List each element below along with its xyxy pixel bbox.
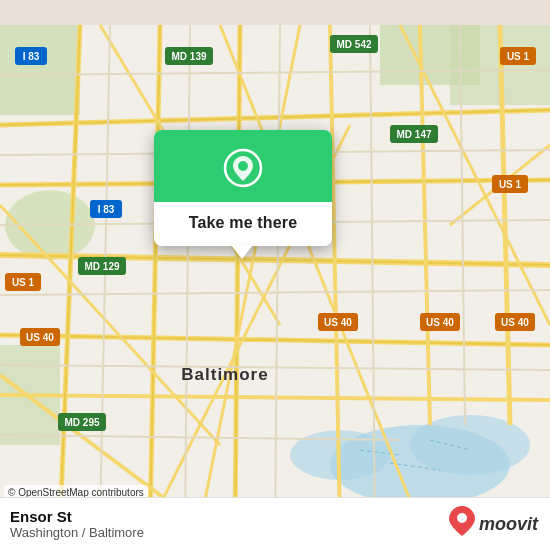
- street-name: Ensor St: [10, 508, 144, 525]
- popup-card: Take me there: [154, 130, 332, 246]
- svg-text:MD 542: MD 542: [336, 39, 371, 50]
- city-name: Washington / Baltimore: [10, 525, 144, 540]
- popup-tail: [231, 245, 253, 259]
- svg-text:US 40: US 40: [426, 317, 454, 328]
- svg-text:US 40: US 40: [26, 332, 54, 343]
- moovit-pin-icon: [449, 506, 475, 542]
- svg-rect-1: [0, 25, 80, 115]
- moovit-text: moovit: [479, 514, 538, 535]
- svg-text:US 1: US 1: [507, 51, 530, 62]
- moovit-logo: moovit: [449, 506, 538, 542]
- svg-text:I 83: I 83: [98, 204, 115, 215]
- location-pin-icon: [223, 148, 263, 188]
- svg-text:MD 147: MD 147: [396, 129, 431, 140]
- svg-text:US 40: US 40: [501, 317, 529, 328]
- svg-text:Baltimore: Baltimore: [181, 365, 268, 384]
- take-me-there-button[interactable]: Take me there: [154, 202, 332, 246]
- svg-text:I 83: I 83: [23, 51, 40, 62]
- popup-icon-area: [154, 130, 332, 202]
- svg-text:US 1: US 1: [12, 277, 35, 288]
- svg-point-80: [238, 161, 248, 171]
- map-background: I 83 I 83 MD 139 MD 542 US 1 MD 147 US 1…: [0, 0, 550, 550]
- bottom-bar: Ensor St Washington / Baltimore moovit: [0, 497, 550, 550]
- svg-point-81: [457, 513, 467, 523]
- bottom-left: Ensor St Washington / Baltimore: [10, 508, 144, 540]
- svg-text:MD 139: MD 139: [171, 51, 206, 62]
- svg-text:US 40: US 40: [324, 317, 352, 328]
- svg-text:MD 129: MD 129: [84, 261, 119, 272]
- svg-text:MD 295: MD 295: [64, 417, 99, 428]
- svg-text:US 1: US 1: [499, 179, 522, 190]
- map-container: I 83 I 83 MD 139 MD 542 US 1 MD 147 US 1…: [0, 0, 550, 550]
